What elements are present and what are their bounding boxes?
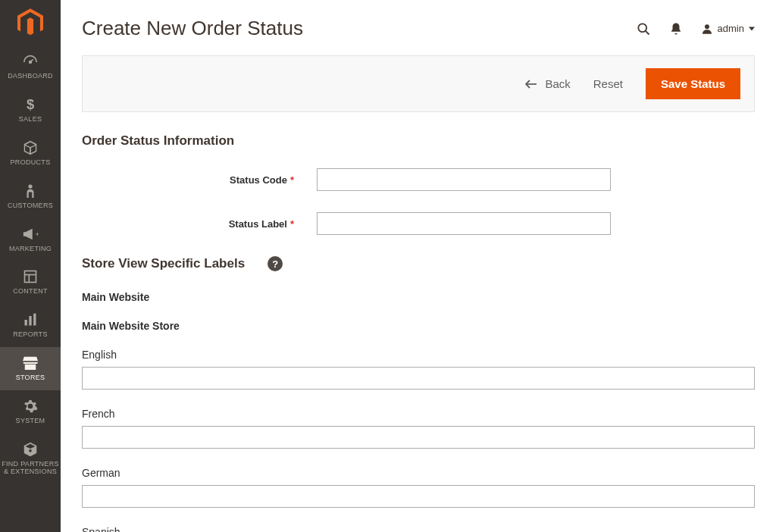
sidebar-item-dashboard[interactable]: DASHBOARD bbox=[0, 45, 61, 89]
admin-sidebar: DASHBOARD$SALESPRODUCTSCUSTOMERSMARKETIN… bbox=[0, 0, 61, 532]
sidebar-item-customers[interactable]: CUSTOMERS bbox=[0, 175, 61, 218]
order-status-info-heading: Order Status Information bbox=[82, 133, 755, 149]
sidebar-item-system[interactable]: SYSTEM bbox=[0, 390, 61, 433]
sidebar-item-marketing[interactable]: MARKETING bbox=[0, 218, 61, 261]
search-icon[interactable] bbox=[636, 21, 651, 36]
status-code-row: Status Code* bbox=[82, 168, 755, 191]
arrow-left-icon bbox=[525, 80, 537, 89]
store-heading: Main Website Store bbox=[82, 320, 755, 332]
save-status-button[interactable]: Save Status bbox=[646, 68, 740, 99]
sidebar-item-find-partners-extensions[interactable]: FIND PARTNERS & EXTENSIONS bbox=[0, 433, 61, 484]
stores-icon bbox=[22, 355, 39, 371]
dollar-icon: $ bbox=[23, 96, 38, 113]
store-view-labels-heading-row: Store View Specific Labels ? bbox=[82, 256, 755, 271]
svg-text:$: $ bbox=[27, 97, 34, 112]
header-actions: admin bbox=[636, 21, 755, 36]
status-label-label: Status Label* bbox=[82, 218, 317, 230]
sidebar-item-content[interactable]: CONTENT bbox=[0, 261, 61, 304]
sidebar-item-sales[interactable]: $SALES bbox=[0, 89, 61, 132]
svg-rect-8 bbox=[29, 316, 31, 326]
bars-icon bbox=[23, 311, 38, 328]
user-menu[interactable]: admin bbox=[701, 23, 755, 35]
svg-rect-4 bbox=[25, 271, 36, 283]
store-view-input-english[interactable] bbox=[82, 367, 755, 390]
sidebar-item-label: STORES bbox=[16, 374, 45, 382]
sidebar-item-label: FIND PARTNERS & EXTENSIONS bbox=[0, 461, 61, 476]
person-icon bbox=[23, 183, 37, 199]
website-heading: Main Website bbox=[82, 291, 755, 303]
reset-button[interactable]: Reset bbox=[593, 77, 623, 90]
user-name: admin bbox=[718, 23, 744, 34]
sidebar-item-stores[interactable]: STORES bbox=[0, 347, 61, 390]
puzzle-icon bbox=[22, 441, 39, 458]
chevron-down-icon bbox=[749, 26, 755, 32]
store-view-input-french[interactable] bbox=[82, 426, 755, 449]
sidebar-item-label: REPORTS bbox=[13, 331, 47, 339]
page-header: Create New Order Status admin bbox=[82, 0, 755, 55]
sidebar-item-reports[interactable]: REPORTS bbox=[0, 304, 61, 347]
svg-point-11 bbox=[638, 23, 646, 32]
layout-icon bbox=[23, 268, 38, 285]
status-code-label: Status Code* bbox=[82, 174, 317, 186]
store-view-label-english: English bbox=[82, 349, 755, 361]
svg-point-10 bbox=[29, 449, 32, 452]
main-content: Create New Order Status admin Back Reset… bbox=[61, 0, 776, 532]
sidebar-item-label: PRODUCTS bbox=[11, 159, 51, 167]
sidebar-item-label: CONTENT bbox=[13, 288, 48, 296]
page-title: Create New Order Status bbox=[82, 17, 303, 40]
notifications-icon[interactable] bbox=[669, 22, 683, 36]
sidebar-item-label: SALES bbox=[19, 116, 42, 124]
sidebar-item-label: MARKETING bbox=[9, 246, 52, 253]
store-view-input-german[interactable] bbox=[82, 485, 755, 508]
status-code-input[interactable] bbox=[317, 168, 611, 191]
svg-line-12 bbox=[645, 30, 649, 34]
store-view-label-spanish: Spanish bbox=[82, 526, 755, 532]
user-icon bbox=[701, 23, 713, 35]
gear-icon bbox=[23, 398, 38, 415]
status-label-input[interactable] bbox=[317, 212, 611, 235]
svg-rect-7 bbox=[25, 320, 27, 326]
sidebar-item-label: DASHBOARD bbox=[8, 73, 53, 80]
svg-rect-9 bbox=[33, 314, 36, 326]
megaphone-icon bbox=[22, 226, 39, 243]
sidebar-item-products[interactable]: PRODUCTS bbox=[0, 132, 61, 175]
sidebar-item-label: SYSTEM bbox=[16, 418, 45, 425]
sidebar-item-label: CUSTOMERS bbox=[8, 202, 53, 210]
status-label-row: Status Label* bbox=[82, 212, 755, 235]
help-icon[interactable]: ? bbox=[268, 256, 283, 271]
svg-point-3 bbox=[28, 184, 32, 188]
dashboard-icon bbox=[22, 53, 39, 70]
action-toolbar: Back Reset Save Status bbox=[82, 55, 755, 112]
svg-point-13 bbox=[705, 24, 709, 29]
box-icon bbox=[22, 139, 39, 156]
store-view-label-french: French bbox=[82, 408, 755, 420]
store-view-labels-heading: Store View Specific Labels bbox=[82, 256, 245, 271]
store-view-label-german: German bbox=[82, 467, 755, 479]
magento-logo[interactable] bbox=[0, 0, 61, 45]
back-button[interactable]: Back bbox=[525, 77, 570, 90]
